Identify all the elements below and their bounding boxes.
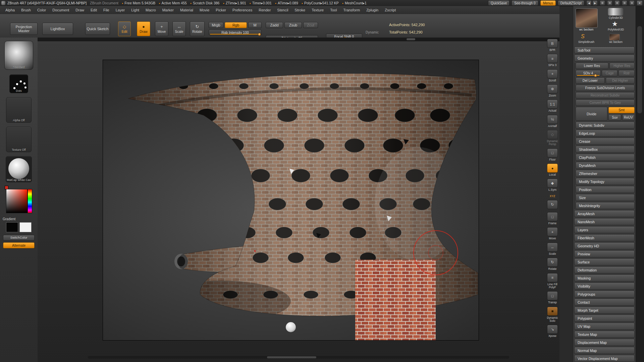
palette-section-header[interactable]: Deformation xyxy=(574,266,635,274)
dynamic-toggle[interactable]: Dynamic xyxy=(366,31,379,34)
shelf-item[interactable]: ⊕ Zoom xyxy=(545,84,559,97)
palette-section-header[interactable]: ArrayMesh xyxy=(574,210,635,217)
suv-toggle[interactable]: Suv xyxy=(608,114,621,121)
shelf-item[interactable]: XYZ xyxy=(545,194,559,198)
prev-arrow-icon[interactable]: ◀ xyxy=(586,0,592,6)
menu-item[interactable]: Stencil xyxy=(277,8,288,12)
canvas-bottom-scrollbar[interactable] xyxy=(88,356,509,359)
palette-section-header[interactable]: Displacement Map xyxy=(574,339,635,346)
canvas-document[interactable] xyxy=(103,60,479,341)
reconstruct-subdiv-button[interactable]: Reconstruct Subdiv xyxy=(576,92,635,99)
close-icon[interactable]: × xyxy=(637,0,643,6)
palette-section-header[interactable]: Masking xyxy=(574,275,635,282)
main-color-swatch[interactable] xyxy=(6,222,18,232)
shelf-item[interactable]: □ Transp xyxy=(545,291,559,304)
convert-bpr-button[interactable]: Convert BPR To Geo xyxy=(576,100,635,106)
see-through-slider[interactable]: See-through 0 xyxy=(512,0,538,6)
menu-item[interactable]: File xyxy=(103,8,109,12)
tray-scrollbar[interactable] xyxy=(636,6,644,362)
shelf-item[interactable]: ↔ Scale xyxy=(545,243,559,255)
menu-item[interactable]: Render xyxy=(259,8,271,12)
menu-item[interactable]: Transform xyxy=(343,8,360,12)
shelf-item[interactable]: ≡ SPix 3 xyxy=(545,54,559,67)
hue-strip[interactable] xyxy=(28,189,32,213)
subsection-header[interactable]: Modify Topology xyxy=(576,178,635,185)
shelf-item[interactable]: ↘ Xpose xyxy=(545,325,559,338)
current-stroke-thumbnail[interactable]: Dots xyxy=(9,74,28,93)
cage-button[interactable]: Cage xyxy=(602,70,618,76)
reuv-button[interactable]: ReUV xyxy=(622,114,635,121)
palette-section-header[interactable]: NanoMesh xyxy=(574,218,635,225)
subsection-header[interactable]: Crease xyxy=(576,138,635,145)
geometry-section-header[interactable]: Geometry xyxy=(574,55,635,62)
subsection-header[interactable]: EdgeLoop xyxy=(576,130,635,137)
scroll-handle[interactable] xyxy=(637,26,642,113)
zcut-button[interactable]: Zcut xyxy=(303,22,318,28)
switch-color-button[interactable]: SwitchColor xyxy=(3,235,35,241)
rotate-mode-button[interactable]: ↻ Rotate xyxy=(190,21,205,36)
quicksave-button[interactable]: QuickSave xyxy=(488,0,509,6)
menu-item[interactable]: Marker xyxy=(162,8,174,12)
canvas-top-scrollbar[interactable] xyxy=(38,38,559,41)
pan-icon[interactable] xyxy=(607,0,612,6)
subsection-header[interactable]: MeshIntegrity xyxy=(576,202,635,209)
palette-section-header[interactable]: Geometry HD xyxy=(574,242,635,249)
menu-item[interactable]: Layer xyxy=(116,8,125,12)
menu-item[interactable]: Brush xyxy=(21,8,31,12)
menu-item[interactable]: Material xyxy=(180,8,193,12)
rgb-button[interactable]: Rgb xyxy=(225,22,247,28)
shelf-item[interactable]: B BPR xyxy=(545,39,559,52)
menu-item[interactable]: Movie xyxy=(200,8,209,12)
texture-thumbnail[interactable]: Texture Off xyxy=(6,127,32,152)
default-zscript-button[interactable]: DefaultZScript xyxy=(558,0,584,6)
palette-section-header[interactable]: UV Map xyxy=(574,323,635,330)
rgb-intensity-slider[interactable]: Rgb Intensity 100 xyxy=(209,29,262,35)
shelf-item[interactable]: 1:1 Actual xyxy=(545,100,559,112)
slider-knob[interactable] xyxy=(594,74,597,77)
palette-section-header[interactable]: FiberMesh xyxy=(574,234,635,241)
shelf-item[interactable]: ↻ Rotate xyxy=(545,258,559,270)
menu-item[interactable]: Color xyxy=(37,8,46,12)
lightbox-button[interactable]: LightBox xyxy=(42,23,73,35)
edit-mode-button[interactable]: ◇ Edit xyxy=(118,21,131,36)
divide-button[interactable]: Divide xyxy=(576,107,607,121)
menu-item[interactable]: Light xyxy=(131,8,139,12)
menu-item[interactable]: Macro xyxy=(146,8,156,12)
shelf-item[interactable]: ≡ Line Fill PolyF xyxy=(545,273,559,289)
sdiv-slider[interactable]: SDiv 4 xyxy=(576,70,601,76)
draw-mode-button[interactable]: ● Draw xyxy=(137,21,150,36)
simplebrush-icon[interactable]: S xyxy=(581,34,585,39)
menu-item[interactable]: Alpha xyxy=(5,8,15,12)
eye-icon[interactable] xyxy=(622,0,627,6)
current-brush-thumbnail[interactable]: Standard xyxy=(4,41,33,70)
palette-section-header[interactable]: Texture Map xyxy=(574,331,635,338)
saturation-value-square[interactable] xyxy=(6,189,28,213)
menu-item[interactable]: Stroke xyxy=(294,8,305,12)
mrgb-button[interactable]: Mrgb xyxy=(209,22,223,28)
smt-toggle[interactable]: Smt xyxy=(608,107,635,113)
palette-section-header[interactable]: Polypaint xyxy=(574,315,635,322)
shelf-item[interactable]: ◆ L.Sym xyxy=(545,179,559,191)
alpha-thumbnail[interactable]: Alpha Off xyxy=(6,97,32,123)
cylinder3d-thumbnail[interactable] xyxy=(608,8,623,16)
subsection-header[interactable]: Size xyxy=(576,194,635,201)
palette-section-header[interactable]: Normal Map xyxy=(574,347,635,354)
menu-item[interactable]: Picker xyxy=(216,8,226,12)
subsection-header[interactable]: ClayPolish xyxy=(576,154,635,161)
palette-section-header[interactable]: Layers xyxy=(574,226,635,233)
material-icon[interactable] xyxy=(629,0,635,6)
higher-res-button[interactable]: Higher Res xyxy=(609,63,635,69)
scale-mode-button[interactable]: ↔ Scale xyxy=(172,21,186,36)
menu-item[interactable]: Zplugin xyxy=(366,8,378,12)
palette-section-header[interactable]: Contact xyxy=(574,299,635,306)
subsection-header[interactable]: Dynamic Subdiv xyxy=(576,122,635,129)
shelf-item[interactable]: ● Local xyxy=(545,164,559,176)
shelf-item[interactable]: ◇ Dynamic Persp xyxy=(545,130,559,146)
subsection-header[interactable]: ShadowBox xyxy=(576,146,635,153)
shelf-item[interactable]: + Scroll xyxy=(545,69,559,82)
shelf-item[interactable]: ↻ xyxy=(545,200,559,210)
palette-section-header[interactable]: Vector Displacement Map xyxy=(574,355,635,362)
material-thumbnail[interactable]: MatCap White Cav xyxy=(6,156,32,182)
menu-item[interactable]: Texture xyxy=(312,8,324,12)
del-lower-button[interactable]: Del Lower xyxy=(576,77,605,84)
